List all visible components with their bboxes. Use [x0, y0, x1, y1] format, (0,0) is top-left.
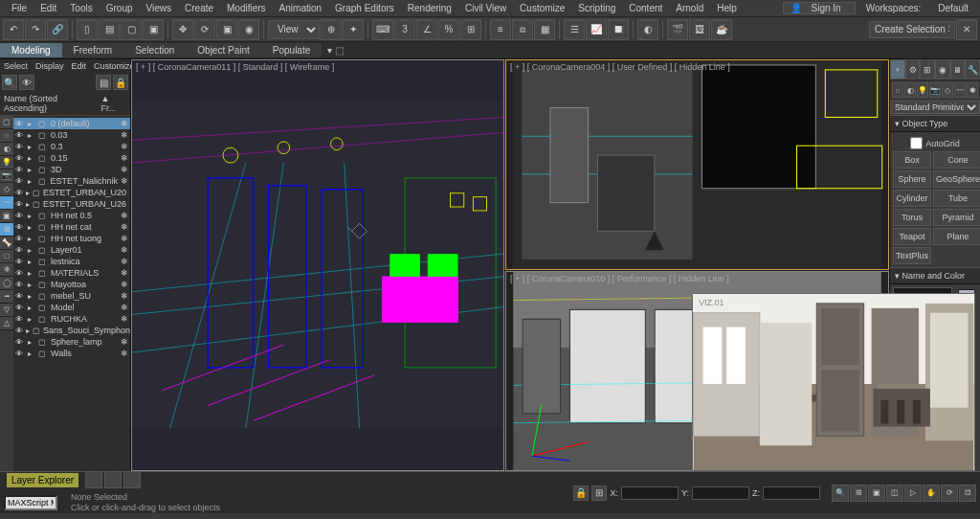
create-tab[interactable]: +	[890, 59, 905, 79]
spinner-snap-button[interactable]: ⊞	[460, 19, 481, 40]
expand-icon[interactable]: ▸	[26, 327, 30, 335]
layer-btn-1[interactable]	[85, 471, 102, 488]
shapes-icon[interactable]: ◐	[904, 82, 916, 98]
menu-views[interactable]: Views	[140, 3, 179, 13]
freeze-icon[interactable]: ❄	[121, 280, 128, 289]
filter-cameras-icon[interactable]: 📷	[0, 169, 13, 183]
align-button[interactable]: ▦	[534, 19, 555, 40]
object-type-rollout[interactable]: ▾ Object Type	[890, 115, 980, 132]
cone-button[interactable]: Cone	[933, 151, 980, 169]
tree-item[interactable]: 👁▸▢HH net cat❄	[13, 221, 130, 233]
tree-item[interactable]: 👁▸▢ESTET_URBAN_U20❄	[13, 187, 130, 198]
menu-arnold[interactable]: Arnold	[669, 3, 710, 13]
expand-icon[interactable]: ▸	[28, 338, 35, 347]
visibility-icon[interactable]: 👁	[15, 143, 25, 151]
freeze-icon[interactable]: ❄	[121, 268, 128, 278]
visibility-icon[interactable]: 👁	[15, 223, 25, 232]
menu-rendering[interactable]: Rendering	[401, 3, 458, 13]
freeze-icon[interactable]: ❄	[121, 314, 128, 324]
select-move-button[interactable]: ✥	[172, 19, 193, 40]
filter-collapse-icon[interactable]: △	[0, 317, 13, 330]
tree-item[interactable]: 👁▸▢Walls❄	[13, 348, 130, 359]
display-tab[interactable]: 🖥	[950, 59, 966, 79]
manipulate-button[interactable]: ✦	[343, 19, 364, 40]
visibility-icon[interactable]: 👁	[15, 154, 25, 163]
ribbon-modeling[interactable]: Modeling	[0, 43, 62, 57]
visibility-icon[interactable]: 👁	[15, 315, 25, 324]
outliner-tree[interactable]: 👁▸▢0 (default)❄👁▸▢0.03❄👁▸▢0.3❄👁▸▢0.15❄👁▸…	[13, 116, 130, 471]
expand-icon[interactable]: ▸	[28, 350, 35, 358]
view-dropdown[interactable]: View	[268, 20, 320, 39]
freeze-icon[interactable]: ❄	[121, 222, 128, 232]
outliner-display[interactable]: Display	[35, 61, 64, 71]
filter-helpers-icon[interactable]: ◇	[0, 183, 13, 196]
freeze-icon[interactable]: ❄	[121, 349, 128, 358]
expand-icon[interactable]: ▸	[28, 292, 35, 301]
expand-icon[interactable]: ▸	[28, 258, 35, 266]
fov-button[interactable]: ▷	[904, 485, 922, 502]
expand-icon[interactable]: ▸	[28, 223, 35, 232]
tree-item[interactable]: 👁▸▢0.03❄	[13, 129, 130, 141]
box-button[interactable]: Box	[893, 151, 931, 169]
geosphere-button[interactable]: GeoSphere	[933, 170, 980, 188]
filter-containers-icon[interactable]: □	[0, 250, 13, 263]
visibility-icon[interactable]: 👁	[15, 269, 25, 278]
freeze-icon[interactable]: ❄	[121, 142, 128, 151]
ribbon-expand-icon[interactable]: ▾ ⬚	[327, 45, 344, 56]
z-coord-input[interactable]	[763, 486, 820, 500]
layer-btn-3[interactable]	[123, 471, 141, 488]
freeze-icon[interactable]: ❄	[129, 188, 130, 197]
ribbon-object-paint[interactable]: Object Paint	[186, 43, 260, 57]
maximize-viewport-button[interactable]: ⊡	[959, 485, 976, 502]
percent-snap-button[interactable]: %	[438, 19, 459, 40]
freeze-icon[interactable]: ❄	[121, 130, 128, 140]
visibility-icon[interactable]: 👁	[15, 304, 25, 312]
visibility-icon[interactable]: 👁	[15, 166, 25, 174]
expand-icon[interactable]: ▸	[28, 246, 35, 255]
expand-icon[interactable]: ▸	[28, 235, 35, 243]
freeze-icon[interactable]: ❄	[121, 165, 128, 174]
tree-item[interactable]: 👁▸▢0.3❄	[13, 141, 130, 152]
freeze-icon[interactable]: ❄	[121, 337, 128, 347]
layer-explorer-label[interactable]: Layer Explorer	[7, 473, 78, 487]
expand-icon[interactable]: ▸	[28, 269, 35, 278]
visibility-icon[interactable]: 👁	[15, 177, 25, 186]
filter-spacewarps-icon[interactable]: 〰	[0, 196, 13, 210]
expand-icon[interactable]: ▸	[28, 131, 35, 140]
tube-button[interactable]: Tube	[933, 190, 980, 207]
selection-lock-icon[interactable]: ⊞	[591, 485, 607, 501]
name-color-rollout[interactable]: ▾ Name and Color	[890, 267, 980, 284]
menu-modifiers[interactable]: Modifiers	[220, 3, 273, 13]
freeze-icon[interactable]: ❄	[129, 199, 130, 209]
menu-group[interactable]: Group	[100, 3, 140, 13]
center-pivot-button[interactable]: ⊕	[321, 19, 342, 40]
filter-lights-icon[interactable]: 💡	[0, 156, 13, 169]
torus-button[interactable]: Torus	[893, 209, 931, 226]
tree-item[interactable]: 👁▸▢Layer01❄	[13, 244, 130, 256]
viewport-1-label[interactable]: [ + ] [ CoronaCamera004 ] [ User Defined…	[510, 62, 730, 72]
textplus-button[interactable]: TextPlus	[893, 247, 931, 264]
x-coord-input[interactable]	[621, 486, 679, 500]
outliner-lock-icon[interactable]: 🔒	[113, 75, 128, 90]
freeze-icon[interactable]: ❄	[121, 291, 128, 301]
expand-icon[interactable]: ▸	[28, 154, 35, 163]
visibility-icon[interactable]: 👁	[15, 246, 25, 255]
render-production-button[interactable]: ☕	[711, 19, 732, 40]
outliner-customize[interactable]: Customize	[94, 61, 135, 71]
tree-item[interactable]: 👁▸▢ESTET_URBAN_U26❄	[13, 198, 130, 210]
isolate-toggle[interactable]: 🔒	[573, 485, 589, 501]
viewport-top-left[interactable]: [ + ] [ CoronaCamera004 ] [ User Defined…	[505, 59, 889, 270]
viewport-2-label[interactable]: [ + ] [ CoronaCamera011 ] [ Standard ] […	[136, 62, 334, 72]
filter-groups-icon[interactable]: ▣	[0, 210, 13, 223]
outliner-edit[interactable]: Edit	[72, 61, 87, 71]
maxscript-listener[interactable]	[4, 495, 57, 510]
outliner-select[interactable]: Select	[4, 61, 28, 71]
filter-expand-icon[interactable]: ▽	[0, 304, 13, 317]
select-place-button[interactable]: ◉	[238, 19, 259, 40]
outliner-view-icon[interactable]: 👁	[19, 75, 34, 90]
lights-icon[interactable]: 💡	[917, 82, 928, 98]
systems-icon[interactable]: ✱	[967, 82, 978, 98]
autogrid-checkbox[interactable]	[910, 137, 923, 149]
tree-item[interactable]: 👁▸▢MATERIALS❄	[13, 267, 130, 279]
plane-button[interactable]: Plane	[933, 228, 980, 245]
